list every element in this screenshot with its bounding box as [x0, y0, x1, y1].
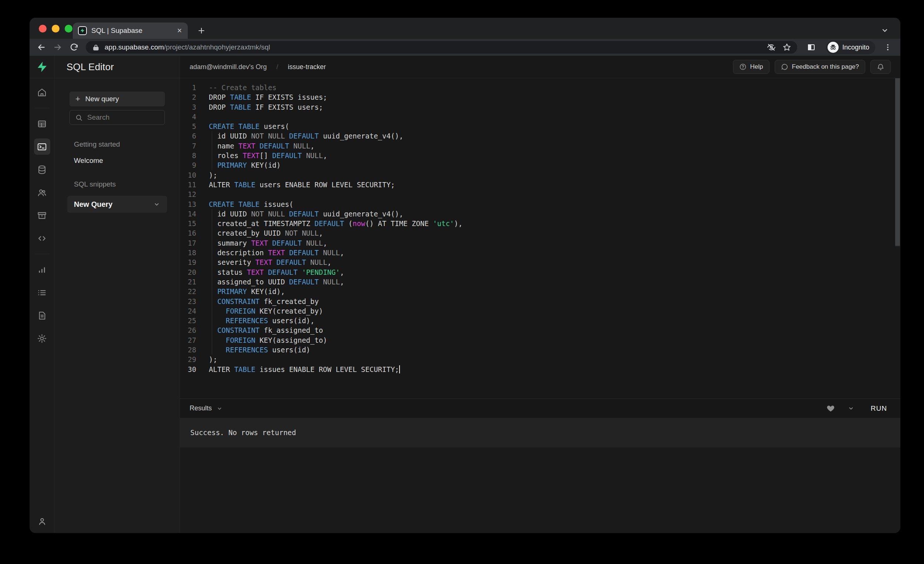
- eye-off-icon[interactable]: [767, 43, 776, 52]
- scrollbar-thumb[interactable]: [895, 78, 900, 246]
- tab-close-icon[interactable]: ×: [176, 26, 183, 36]
- code-text: name TEXT DEFAULT NULL,: [203, 141, 315, 151]
- lock-icon[interactable]: [92, 44, 99, 51]
- indent-guide: [212, 277, 212, 287]
- header-actions: Help Feedback on this page?: [733, 60, 891, 74]
- help-circle-icon: [739, 63, 747, 70]
- minimize-window-button[interactable]: [52, 25, 60, 33]
- rail-item-home[interactable]: [34, 84, 50, 100]
- code-text: FOREIGN KEY(created_by): [203, 306, 323, 316]
- indent-guide: [212, 287, 212, 296]
- search-box[interactable]: [69, 110, 165, 125]
- rail-item-sql-editor[interactable]: [34, 139, 50, 155]
- side-panel-icon[interactable]: [805, 40, 818, 54]
- code-line: 23 CONSTRAINT fk_created_by: [180, 296, 900, 306]
- line-number: 24: [180, 306, 203, 316]
- browser-menu-icon[interactable]: [881, 40, 894, 54]
- tab-title: SQL | Supabase: [91, 27, 176, 35]
- text-cursor: [399, 365, 400, 373]
- supabase-logo-icon[interactable]: [36, 61, 48, 73]
- run-options-chevron-icon[interactable]: [848, 405, 855, 412]
- breadcrumb-org[interactable]: adam@windmill.dev's Org: [190, 63, 267, 71]
- code-line: 28 REFERENCES users(id): [180, 345, 900, 355]
- code-text: created_by UUID NOT NULL,: [203, 228, 323, 238]
- sidebar-item-new-query-snippet[interactable]: New Query: [67, 196, 167, 213]
- editor-scrollbar[interactable]: [895, 78, 900, 398]
- code-line: 2DROP TABLE IF EXISTS issues;: [180, 92, 900, 102]
- sidebar-item-welcome[interactable]: Welcome: [74, 157, 171, 165]
- rail-item-logs[interactable]: [34, 284, 50, 301]
- code-text: CREATE TABLE users(: [203, 121, 289, 131]
- code-text: description TEXT DEFAULT NULL,: [203, 248, 344, 257]
- forward-button[interactable]: [51, 40, 64, 54]
- line-number: 1: [180, 83, 203, 92]
- code-line: 9 PRIMARY KEY(id): [180, 160, 900, 170]
- code-line: 30ALTER TABLE issues ENABLE ROW LEVEL SE…: [180, 365, 900, 374]
- rail-item-database[interactable]: [34, 162, 50, 178]
- line-number: 21: [180, 277, 203, 287]
- code-text: FOREIGN KEY(assigned_to): [203, 335, 327, 345]
- results-dropdown[interactable]: Results: [190, 404, 223, 412]
- rail-item-api[interactable]: [34, 230, 50, 246]
- code-text: CONSTRAINT fk_assigned_to: [203, 325, 323, 335]
- run-button[interactable]: RUN: [867, 402, 891, 415]
- rail-header: [30, 56, 54, 78]
- code-text: status TEXT DEFAULT 'PENDING',: [203, 268, 344, 277]
- indent-guide: [212, 141, 212, 151]
- url-path: /project/azahtnhqohyjerzaxtmk/sql: [164, 43, 270, 51]
- chevron-down-icon: [216, 405, 223, 412]
- incognito-badge[interactable]: Incognito: [826, 40, 875, 54]
- code-text: );: [203, 355, 218, 364]
- tab-search-chevron-icon[interactable]: [880, 26, 889, 35]
- rail-item-settings[interactable]: [34, 330, 50, 346]
- section-label-getting-started: Getting started: [74, 141, 171, 148]
- line-number: 28: [180, 345, 203, 355]
- browser-tab[interactable]: SQL | Supabase ×: [73, 22, 188, 39]
- code-line: 18 description TEXT DEFAULT NULL,: [180, 248, 900, 257]
- line-number: 9: [180, 160, 203, 170]
- line-number: 17: [180, 238, 203, 248]
- code-text: -- Create tables: [203, 83, 276, 92]
- reload-button[interactable]: [67, 40, 81, 54]
- breadcrumb-project[interactable]: issue-tracker: [288, 63, 326, 71]
- indent-guide: [212, 306, 212, 316]
- close-window-button[interactable]: [39, 25, 46, 33]
- feedback-button[interactable]: Feedback on this page?: [775, 60, 865, 74]
- rail-item-table-editor[interactable]: [34, 115, 50, 132]
- address-bar[interactable]: app.supabase.com/project/azahtnhqohyjerz…: [86, 41, 797, 54]
- new-query-button[interactable]: + New query: [69, 91, 165, 106]
- chevron-down-icon[interactable]: [153, 200, 160, 208]
- code-line: 4: [180, 112, 900, 121]
- line-number: 11: [180, 180, 203, 190]
- rail-bottom: [30, 517, 54, 533]
- code-line: 8 roles TEXT[] DEFAULT NULL,: [180, 151, 900, 160]
- rail-item-reports[interactable]: [34, 262, 50, 278]
- code-line: 20 status TEXT DEFAULT 'PENDING',: [180, 268, 900, 277]
- code-text: ALTER TABLE users ENABLE ROW LEVEL SECUR…: [203, 180, 395, 190]
- back-button[interactable]: [35, 40, 48, 54]
- code-line: 29);: [180, 355, 900, 364]
- rail-item-storage[interactable]: [34, 207, 50, 223]
- code-text: REFERENCES users(id): [203, 345, 310, 355]
- sql-editor[interactable]: 1-- Create tables2DROP TABLE IF EXISTS i…: [180, 78, 900, 398]
- rail-item-auth[interactable]: [34, 184, 50, 200]
- rail-item-docs[interactable]: [34, 307, 50, 323]
- favorite-heart-icon[interactable]: [826, 404, 835, 413]
- line-number: 14: [180, 209, 203, 218]
- new-tab-button[interactable]: [196, 26, 206, 36]
- code-line: 17 summary TEXT DEFAULT NULL,: [180, 238, 900, 248]
- indent-guide: [212, 335, 212, 345]
- line-number: 23: [180, 296, 203, 306]
- zoom-window-button[interactable]: [64, 25, 72, 33]
- line-number: 8: [180, 151, 203, 160]
- url-text: app.supabase.com/project/azahtnhqohyjerz…: [105, 43, 760, 51]
- code-line: 3DROP TABLE IF EXISTS users;: [180, 102, 900, 112]
- notifications-button[interactable]: [870, 60, 891, 74]
- code-text: DROP TABLE IF EXISTS users;: [203, 102, 323, 112]
- bookmark-star-icon[interactable]: [783, 43, 791, 52]
- account-icon[interactable]: [38, 517, 47, 526]
- help-button[interactable]: Help: [733, 60, 770, 74]
- results-actions: RUN: [826, 402, 891, 415]
- search-input[interactable]: [87, 114, 159, 121]
- line-number: 30: [180, 365, 203, 374]
